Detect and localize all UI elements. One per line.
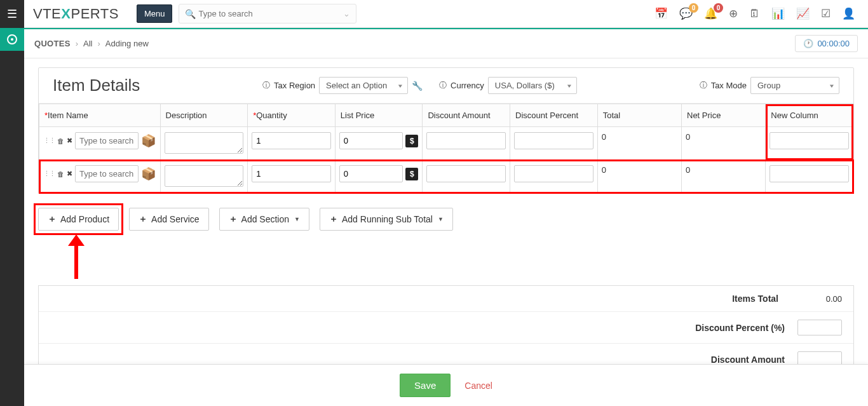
tax-mode-select[interactable]: Group [750, 77, 839, 94]
header-quantity: Quantity [256, 111, 287, 120]
checkbox-icon[interactable]: ☑ [821, 7, 831, 20]
header-discount-amount: Discount Amount [423, 104, 510, 127]
header-net-price: Net Price [682, 104, 766, 127]
annotation-arrow [67, 234, 86, 279]
user-icon[interactable]: 👤 [842, 7, 855, 20]
info-icon: ⓘ [262, 80, 270, 91]
chevron-right-icon: › [76, 39, 78, 48]
calendar-icon[interactable]: 🗓 [749, 8, 760, 20]
items-total-label: Items Total [732, 294, 778, 304]
table-row: ⋮⋮ 🗑 ✖ 📦 $ 0 0 [39, 127, 853, 160]
clear-icon[interactable]: ✖ [67, 137, 72, 145]
item-details-panel: Item Details ⓘ Tax Region Select an Opti… [38, 67, 854, 194]
search-icon: 🔍 [185, 9, 196, 19]
chat-icon[interactable]: 💬0 [679, 7, 693, 20]
header-new-column: New Column [766, 104, 853, 127]
item-name-input[interactable] [75, 165, 139, 182]
info-icon: ⓘ [439, 80, 447, 91]
header-item-name: Item Name [48, 111, 88, 120]
add-service-button[interactable]: ＋Add Service [129, 208, 208, 231]
items-total-value: 0.00 [791, 294, 842, 304]
total-cell: 0 [597, 160, 681, 193]
description-input[interactable] [165, 165, 244, 187]
cancel-button[interactable]: Cancel [465, 381, 492, 391]
bar-chart-icon[interactable]: 📊 [771, 7, 785, 20]
price-book-icon[interactable]: $ [405, 135, 418, 147]
description-input[interactable] [165, 132, 244, 154]
quantity-input[interactable] [252, 165, 331, 182]
trash-icon[interactable]: 🗑 [57, 170, 64, 178]
timer-value: 00:00:00 [817, 39, 850, 48]
currency-select[interactable]: USA, Dollars ($) [488, 77, 577, 94]
menu-button[interactable]: Menu [137, 4, 173, 23]
bell-icon[interactable]: 🔔0 [704, 7, 717, 20]
search-clear-icon[interactable]: ⌄ [343, 9, 350, 18]
add-section-button[interactable]: ＋Add Section▼ [219, 208, 309, 231]
discount-percent-input[interactable] [514, 165, 593, 182]
add-product-button[interactable]: ＋Add Product [38, 208, 119, 231]
sidebar [0, 28, 24, 406]
discount-amount-input[interactable] [426, 165, 506, 182]
plus-circle-icon[interactable]: ⊕ [729, 7, 738, 20]
discount-percent-input[interactable] [797, 320, 842, 335]
calendar-check-icon[interactable]: 📅 [654, 7, 668, 20]
price-book-icon[interactable]: $ [405, 168, 418, 180]
list-price-input[interactable] [339, 165, 403, 182]
top-bar: ☰ VTEXPERTS Menu 🔍 ⌄ 📅 💬0 🔔0 ⊕ 🗓 📊 📈 ☑ 👤 [0, 0, 868, 28]
discount-amount-input[interactable] [426, 132, 506, 149]
bell-badge: 0 [714, 3, 723, 13]
annotation-box: ＋Add Product [36, 205, 121, 233]
product-lookup-icon[interactable]: 📦 [141, 166, 156, 181]
item-table: *Item Name Description *Quantity List Pr… [39, 104, 853, 193]
tax-mode-label: Tax Mode [711, 81, 747, 90]
chat-badge: 0 [689, 3, 698, 13]
breadcrumb: QUOTES › All › Adding new [34, 39, 149, 48]
breadcrumb-all[interactable]: All [83, 39, 92, 48]
area-chart-icon[interactable]: 📈 [796, 7, 810, 20]
total-cell: 0 [597, 127, 681, 160]
list-price-input[interactable] [339, 132, 403, 149]
clock-icon: 🕐 [803, 39, 813, 48]
table-header-row: *Item Name Description *Quantity List Pr… [39, 104, 853, 127]
item-name-input[interactable] [75, 132, 139, 149]
trash-icon[interactable]: 🗑 [57, 137, 64, 145]
page-bar: QUOTES › All › Adding new 🕐 00:00:00 [24, 28, 868, 58]
save-button[interactable]: Save [400, 374, 451, 397]
info-icon: ⓘ [700, 80, 707, 91]
add-running-subtotal-button[interactable]: ＋Add Running Sub Total▼ [320, 208, 453, 231]
discount-amount-label: Discount Amount [711, 355, 785, 365]
drag-handle-icon[interactable]: ⋮⋮ [43, 170, 55, 178]
logo: VTEXPERTS [24, 6, 128, 22]
discount-percent-label: Discount Percent (%) [695, 323, 785, 333]
hamburger-menu-icon[interactable]: ☰ [0, 0, 24, 28]
tax-region-label: Tax Region [274, 81, 315, 90]
wrench-icon[interactable]: 🔧 [412, 81, 423, 91]
timer-widget[interactable]: 🕐 00:00:00 [795, 35, 858, 52]
table-row: ⋮⋮ 🗑 ✖ 📦 $ 0 0 [39, 160, 853, 193]
discount-percent-input[interactable] [514, 132, 593, 149]
new-column-input[interactable] [770, 165, 849, 182]
net-price-cell: 0 [682, 160, 766, 193]
clear-icon[interactable]: ✖ [67, 170, 72, 178]
breadcrumb-module[interactable]: QUOTES [34, 39, 71, 48]
header-description: Description [160, 104, 248, 127]
sidebar-target-icon[interactable] [0, 28, 24, 51]
caret-down-icon: ▼ [294, 216, 300, 222]
chevron-right-icon: › [98, 39, 100, 48]
net-price-cell: 0 [682, 127, 766, 160]
drag-handle-icon[interactable]: ⋮⋮ [43, 137, 55, 145]
product-lookup-icon[interactable]: 📦 [141, 133, 156, 148]
caret-down-icon: ▼ [438, 216, 444, 222]
header-total: Total [597, 104, 681, 127]
header-list-price: List Price [335, 104, 423, 127]
breadcrumb-current: Adding new [105, 39, 149, 48]
new-column-input[interactable] [770, 132, 849, 149]
footer-bar: Save Cancel [24, 364, 868, 406]
global-search-input[interactable] [179, 4, 356, 24]
tax-region-select[interactable]: Select an Option [319, 77, 408, 94]
panel-title: Item Details [53, 76, 140, 95]
header-discount-percent: Discount Percent [510, 104, 598, 127]
currency-label: Currency [451, 81, 484, 90]
quantity-input[interactable] [252, 132, 331, 149]
